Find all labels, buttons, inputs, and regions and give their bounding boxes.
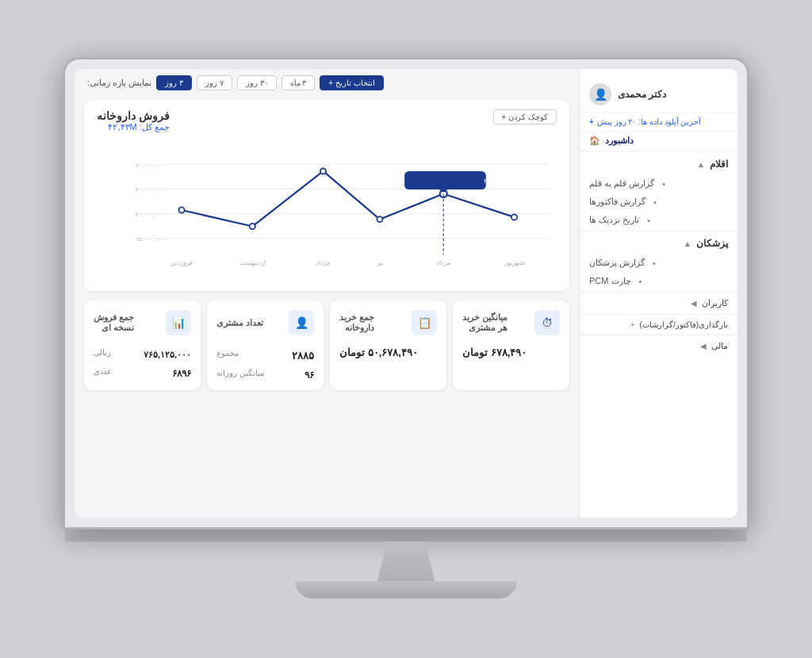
sidebar-item-item-report[interactable]: گزارش قلم به قلم	[580, 174, 722, 193]
chart-dot-2	[250, 224, 255, 229]
chart-card: کوچک کردن + فروش داروخانه جمع کل: ۴۲,۴۳M	[84, 100, 569, 291]
update-text: آخرین آپلود داده ها: ۲۰ روز پیش	[597, 117, 701, 126]
divider-3	[580, 292, 737, 293]
stat-card-avg-purchase: ⏱ میانگین خرید هر مشتری ۶۷۸,۴۹۰ تومان	[453, 300, 569, 390]
svg-text:تیر: تیر	[376, 259, 383, 266]
total-icon: 📋	[412, 310, 437, 335]
filter-3day-button[interactable]: ۳ روز	[156, 75, 192, 90]
stat-row-3-2: ۹۶ میانگین روزانه	[216, 365, 314, 381]
sidebar-item-pcm-chart[interactable]: چارت PCM	[580, 272, 722, 290]
sidebar-item-dashboard[interactable]: داشبورد 🏠	[580, 132, 737, 150]
svg-text:شهریور: شهریور	[504, 259, 524, 266]
sidebar: دکتر محمدی 👤 آخرین آپلود داده ها: ۲۰ روز…	[579, 69, 737, 518]
svg-text:فروردین: فروردین	[170, 259, 193, 266]
chart-dot-3	[320, 168, 326, 174]
finance-label: مالی	[711, 341, 728, 351]
doctors-label: پزشکان	[696, 238, 728, 249]
stat-value-1: ۶۷۸,۴۹۰ تومان	[462, 346, 527, 358]
chart-title: فروش داروخانه	[97, 109, 170, 122]
tooltip-rect	[404, 171, 486, 189]
stat-header-4: 📊 جمع فروش نسخه ای	[94, 310, 191, 335]
users-label: کاربران	[702, 298, 728, 308]
user-avatar: 👤	[589, 83, 611, 105]
doctors-expand-icon: ▲	[684, 239, 691, 248]
svg-text:خرداد: خرداد	[316, 259, 331, 266]
stats-row: ⏱ میانگین خرید هر مشتری ۶۷۸,۴۹۰ تومان 📋	[84, 300, 569, 390]
svg-text:۱۵,۰۰۰,۰۰۰: ۱۵,۰۰۰,۰۰۰	[136, 236, 164, 243]
divider-2	[580, 231, 737, 231]
minimize-button[interactable]: کوچک کردن +	[493, 109, 557, 124]
stat-label-3-2: میانگین روزانه	[216, 369, 264, 377]
sidebar-sub-items: گزارش قلم به قلم گزارش فاکتورها تاریخ نز…	[580, 174, 737, 229]
user-name: دکتر محمدی	[618, 89, 666, 100]
stat-row-4-2: ۶۸۹۶ عددی	[94, 363, 191, 379]
chart-dot-6	[511, 214, 517, 220]
billing-label: بارگذاری(فاکتور/گزارشات)	[640, 320, 728, 329]
sales-icon: 📊	[166, 310, 191, 335]
stat-title-4: جمع فروش نسخه ای	[94, 312, 134, 333]
filter-7day-button[interactable]: ۷ روز	[197, 75, 232, 90]
stat-title-2: جمع خرید داروخانه	[339, 312, 374, 333]
stat-row-3-1: ۲۸۸۵ مجموع	[216, 345, 314, 362]
tooltip-text: تومان ۲۴,۰۰۰,۰۳۳	[484, 178, 529, 185]
sidebar-item-near-date[interactable]: تاریخ نزدیک ها	[580, 211, 722, 229]
time-filter-bar: انتخاب تاریخ + ۳ ماه ۳۰ روز ۷ روز ۳ روز …	[75, 69, 579, 97]
stat-row-4-1: ۷۶۵,۱۲۵,۰۰۰ ریالی	[94, 345, 191, 360]
sidebar-update: آخرین آپلود داده ها: ۲۰ روز پیش +	[580, 113, 737, 132]
screen-inner: دکتر محمدی 👤 آخرین آپلود داده ها: ۲۰ روز…	[75, 69, 737, 518]
stat-title-1: میانگین خرید هر مشتری	[462, 312, 508, 333]
billing-expand-icon: +	[630, 320, 635, 329]
sidebar-item-billing[interactable]: بارگذاری(فاکتور/گزارشات) +	[580, 316, 737, 333]
svg-text:اردیبهشت: اردیبهشت	[239, 259, 266, 266]
stat-header-3: 👤 تعداد مشتری	[216, 310, 314, 335]
finance-expand-icon: ◀	[700, 342, 707, 350]
sidebar-category-doctors[interactable]: پزشکان ▲	[580, 233, 737, 254]
filter-3month-button[interactable]: ۳ ماه	[282, 75, 316, 90]
stat-label-3-1: مجموع	[216, 349, 239, 358]
plus-icon: +	[589, 117, 594, 126]
divider-5	[580, 335, 737, 335]
stat-card-total-purchase: 📋 جمع خرید داروخانه ۵۰,۶۷۸,۴۹۰ تومان	[330, 300, 446, 390]
chart-dot-4	[377, 216, 382, 222]
svg-text:مرداد: مرداد	[436, 259, 450, 266]
customer-icon: 👤	[289, 310, 314, 335]
chart-title-block: فروش داروخانه جمع کل: ۴۲,۴۳M	[97, 109, 170, 132]
sidebar-sub-doctors: گزارش پزشکان چارت PCM	[580, 254, 737, 290]
sidebar-category-items[interactable]: اقلام ▲	[580, 154, 737, 174]
divider-4	[580, 314, 737, 315]
stat-value-3-1: ۲۸۸۵	[292, 350, 314, 362]
select-date-button[interactable]: انتخاب تاریخ +	[320, 75, 383, 90]
filter-30day-button[interactable]: ۳۰ روز	[237, 75, 277, 90]
stat-value-4-2: ۶۸۹۶	[172, 368, 191, 379]
svg-text:۲۰,۰۰۰,۰۰۰: ۲۰,۰۰۰,۰۰۰	[136, 212, 164, 218]
sidebar-item-finance[interactable]: مالی ◀	[580, 337, 737, 355]
sidebar-item-invoice-report[interactable]: گزارش فاکتورها	[580, 193, 722, 211]
users-expand-icon: ◀	[691, 299, 697, 308]
stat-header-1: ⏱ میانگین خرید هر مشتری	[462, 310, 560, 335]
stat-value-4-1: ۷۶۵,۱۲۵,۰۰۰	[144, 350, 191, 360]
chart-subtitle: جمع کل: ۴۲,۴۳M	[97, 122, 170, 132]
stat-value-2: ۵۰,۶۷۸,۴۹۰ تومان	[339, 346, 418, 358]
chart-svg: ۶۰,۰۰۰,۰۰۰ ۴۰,۰۰۰,۰۰۰ ۲۰,۰۰۰,۰۰۰ ۱۵,۰۰۰,…	[97, 139, 557, 281]
sidebar-user-section: دکتر محمدی 👤	[580, 77, 737, 113]
monitor-chin	[65, 527, 747, 541]
divider-1	[580, 151, 737, 152]
stat-title-3: تعداد مشتری	[216, 318, 263, 328]
monitor-base	[295, 581, 517, 599]
items-label: اقلام	[710, 159, 728, 170]
monitor-neck	[374, 541, 438, 581]
sidebar-item-users[interactable]: کاربران ◀	[580, 294, 737, 312]
main-content: انتخاب تاریخ + ۳ ماه ۳۰ روز ۷ روز ۳ روز …	[75, 69, 579, 518]
svg-text:۴۰,۰۰۰,۰۰۰: ۴۰,۰۰۰,۰۰۰	[136, 187, 164, 193]
chart-header: کوچک کردن + فروش داروخانه جمع کل: ۴۲,۴۳M	[97, 109, 557, 132]
sidebar-item-doctor-report[interactable]: گزارش پزشکان	[580, 254, 722, 272]
svg-text:۶۰,۰۰۰,۰۰۰: ۶۰,۰۰۰,۰۰۰	[136, 163, 164, 169]
dashboard-label: داشبورد	[605, 136, 634, 146]
stat-label-4-1: ریالی	[94, 348, 111, 357]
stat-card-copy-sales: 📊 جمع فروش نسخه ای ۷۶۵,۱۲۵,۰۰۰ ریالی ۶۸۹…	[84, 300, 201, 390]
monitor-screen: دکتر محمدی 👤 آخرین آپلود داده ها: ۲۰ روز…	[65, 59, 747, 527]
avg-icon: ⏱	[534, 310, 560, 335]
stat-header-2: 📋 جمع خرید داروخانه	[339, 310, 437, 335]
stat-card-customers: 👤 تعداد مشتری ۲۸۸۵ مجموع ۹۶ میانگین روزا…	[207, 300, 324, 390]
stat-label-4-2: عددی	[94, 367, 112, 376]
